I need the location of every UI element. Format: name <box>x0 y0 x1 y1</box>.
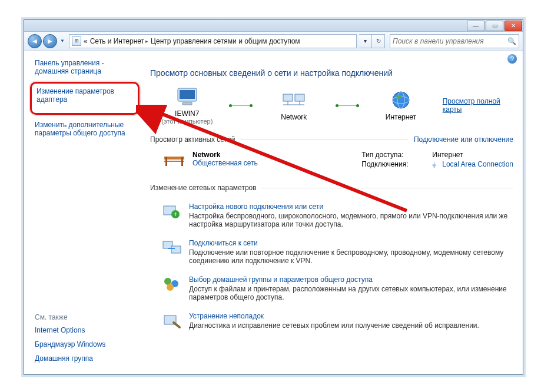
access-label: Тип доступа: <box>361 151 426 159</box>
param-title[interactable]: Устранение неполадок <box>189 312 264 320</box>
breadcrumb-network-internet[interactable]: Сеть и Интернет▸ <box>90 37 148 45</box>
address-dropdown[interactable]: ▾ <box>359 34 372 48</box>
map-node-sub: (этот компьютер) <box>150 118 224 125</box>
refresh-button[interactable]: ↻ <box>372 34 385 48</box>
connection-link[interactable]: Local Area Connection <box>442 160 513 168</box>
svg-text:+: + <box>173 210 177 218</box>
active-network-type[interactable]: Общественная сеть <box>192 159 258 167</box>
page-title: Просмотр основных сведений о сети и наст… <box>150 68 513 78</box>
advanced-sharing-link[interactable]: Изменить дополнительные параметры общего… <box>35 121 136 137</box>
connect-disconnect-link[interactable]: Подключение или отключение <box>414 135 513 144</box>
bench-icon <box>162 151 187 168</box>
control-panel-icon: ⊞ <box>72 36 81 46</box>
history-dropdown[interactable]: ▼ <box>58 34 67 48</box>
param-title[interactable]: Подключиться к сети <box>189 239 258 247</box>
svg-rect-13 <box>164 161 184 162</box>
globe-icon <box>388 89 414 111</box>
firewall-link[interactable]: Брандмауэр Windows <box>35 340 136 348</box>
map-connector <box>336 105 359 106</box>
map-node-network[interactable]: Network <box>257 89 331 121</box>
connect-icon <box>162 239 182 257</box>
breadcrumb-prefix[interactable]: « <box>84 37 88 45</box>
map-connector <box>229 105 253 106</box>
param-desc: Доступ к файлам и принтерам, расположенн… <box>189 285 511 301</box>
homegroup-icon <box>162 275 182 293</box>
network-icon <box>281 89 307 111</box>
param-connect-network[interactable]: Подключиться к сети Подключение или повт… <box>150 234 513 271</box>
param-new-connection[interactable]: + Настройка нового подключения или сети … <box>150 198 513 234</box>
param-desc: Подключение или повторное подключение к … <box>189 248 511 265</box>
computer-icon <box>174 86 200 107</box>
internet-options-link[interactable]: Internet Options <box>35 326 136 334</box>
param-troubleshoot[interactable]: Устранение неполадок Диагностика и испра… <box>150 307 513 335</box>
breadcrumb-network-center[interactable]: Центр управления сетями и общим доступом <box>151 37 300 45</box>
param-title[interactable]: Выбор домашней группы и параметров общег… <box>189 275 373 284</box>
map-node-this-pc[interactable]: IEWIN7 (этот компьютер) <box>150 86 224 125</box>
map-node-name: Интернет <box>364 113 438 121</box>
network-map: IEWIN7 (этот компьютер) Network Интернет <box>150 86 513 125</box>
svg-rect-1 <box>180 90 195 99</box>
control-panel-window: — ▭ ✕ ◄ ► ▼ ⊞ « Сеть и Интернет▸ Центр у… <box>24 19 523 375</box>
search-box[interactable]: 🔍 <box>390 34 519 48</box>
homegroup-link[interactable]: Домашняя группа <box>35 354 136 363</box>
see-also-heading: См. также <box>35 313 136 321</box>
svg-point-9 <box>393 92 409 108</box>
wizard-icon: + <box>162 202 182 220</box>
troubleshoot-icon <box>162 312 182 330</box>
connections-label: Подключения: <box>361 160 426 168</box>
active-network-name: Network <box>192 151 220 159</box>
param-desc: Настройка беспроводного, широкополосного… <box>189 212 511 228</box>
ethernet-icon: ⏚ <box>432 160 436 168</box>
map-node-name: IEWIN7 <box>150 109 224 118</box>
param-desc: Диагностика и исправление сетевых пробле… <box>189 321 479 330</box>
maximize-button[interactable]: ▭ <box>486 21 503 31</box>
param-homegroup[interactable]: Выбор домашней группы и параметров общег… <box>150 271 513 307</box>
cp-home-link[interactable]: Панель управления - домашняя страница <box>35 59 136 75</box>
access-value: Интернет <box>432 151 463 159</box>
svg-rect-14 <box>165 157 167 166</box>
adapter-settings-link[interactable]: Изменение параметров адаптера <box>36 87 133 104</box>
address-bar[interactable]: ⊞ « Сеть и Интернет▸ Центр управления се… <box>69 34 357 48</box>
forward-button[interactable]: ► <box>43 34 57 48</box>
network-params-list: + Настройка нового подключения или сети … <box>150 193 513 335</box>
annotation-highlight: Изменение параметров адаптера <box>30 82 140 115</box>
minimize-button[interactable]: — <box>467 21 484 31</box>
close-button[interactable]: ✕ <box>505 21 522 31</box>
see-also: См. также Internet Options Брандмауэр Wi… <box>35 307 136 368</box>
svg-rect-15 <box>181 157 183 166</box>
svg-rect-2 <box>182 102 192 105</box>
search-input[interactable] <box>393 37 507 45</box>
network-params-heading: Изменение сетевых параметров <box>150 184 513 192</box>
map-node-internet[interactable]: Интернет <box>364 89 438 121</box>
full-map-link-wrap: Просмотр полной карты <box>443 97 513 114</box>
search-icon[interactable]: 🔍 <box>507 37 516 45</box>
back-button[interactable]: ◄ <box>28 34 42 48</box>
active-networks-heading: Просмотр активных сетей Подключение или … <box>150 135 513 144</box>
svg-rect-3 <box>283 94 293 101</box>
full-map-link[interactable]: Просмотр полной карты <box>443 97 500 114</box>
svg-rect-20 <box>171 246 181 253</box>
titlebar: — ▭ ✕ <box>24 20 523 32</box>
help-icon[interactable]: ? <box>507 54 517 64</box>
content-pane: ? Просмотр основных сведений о сети и на… <box>142 51 523 374</box>
sidebar: Панель управления - домашняя страница Из… <box>24 51 142 374</box>
navbar: ◄ ► ▼ ⊞ « Сеть и Интернет▸ Центр управле… <box>24 32 523 51</box>
svg-rect-4 <box>295 94 304 101</box>
svg-rect-12 <box>164 157 184 160</box>
active-network: Network Общественная сеть Тип доступа: И… <box>150 145 513 173</box>
map-node-name: Network <box>257 113 331 121</box>
svg-point-23 <box>167 284 174 291</box>
param-title[interactable]: Настройка нового подключения или сети <box>189 202 323 211</box>
